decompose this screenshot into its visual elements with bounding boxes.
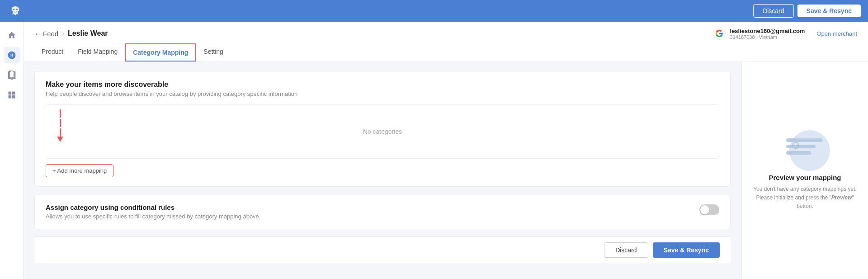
conditional-title: Assign category using conditional rules (46, 203, 699, 211)
svg-point-0 (13, 9, 14, 10)
google-icon (713, 27, 726, 40)
merchant-email: lesliestone160@gmail.com (730, 28, 805, 34)
tab-field-mapping[interactable]: Field Mapping (71, 43, 125, 61)
preview-title: Preview your mapping (769, 174, 841, 181)
main-panel: Make your items more discoverable Help p… (24, 62, 741, 279)
tab-category-mapping[interactable]: Category Mapping (125, 43, 196, 61)
no-categories-label: No categories (363, 128, 402, 135)
preview-line-3 (786, 151, 811, 155)
breadcrumb-back[interactable]: ← Feed (34, 30, 58, 38)
sidebar-item-tag[interactable] (4, 47, 20, 63)
breadcrumb-current: Leslie Wear (68, 29, 108, 38)
tab-product[interactable]: Product (34, 43, 71, 61)
back-arrow-icon: ← (34, 30, 41, 38)
conditional-toggle[interactable] (699, 204, 719, 215)
conditional-subtitle: Allows you to use specific rules to fill… (46, 213, 699, 220)
category-mapping-title: Make your items more discoverable (46, 80, 719, 89)
toggle-knob (700, 205, 709, 214)
conditional-row: Assign category using conditional rules … (46, 203, 719, 220)
preview-illustration: ⚇ (778, 130, 832, 166)
content-area: ← Feed › Leslie Wear lesliestone160@gmai… (24, 22, 868, 279)
arrow-line-mid (60, 119, 61, 127)
sidebar-item-home[interactable] (4, 27, 20, 43)
right-panel: ⚇ Preview your mapping You don't have an… (741, 62, 868, 279)
discard-button-top[interactable]: Discard (753, 4, 793, 18)
tab-setting[interactable]: Setting (196, 43, 231, 61)
conditional-text: Assign category using conditional rules … (46, 203, 699, 220)
save-resync-button-bottom[interactable]: Save & Resync (653, 242, 720, 258)
tabs: Product Field Mapping Category Mapping S… (34, 43, 857, 61)
conditional-rules-card: Assign category using conditional rules … (34, 194, 731, 229)
sidebar (0, 22, 24, 279)
merchant-info: lesliestone160@gmail.com 314167038 · Vie… (713, 27, 857, 40)
top-nav-actions: Discard Save & Resync (753, 4, 861, 18)
svg-point-1 (16, 9, 18, 10)
preview-person-icon: ⚇ (792, 140, 800, 151)
category-mapping-subtitle: Help people discover and browse items in… (46, 90, 719, 97)
preview-desc-bold: Preview (831, 194, 852, 201)
arrow-head (57, 137, 63, 142)
sidebar-item-grid[interactable] (4, 87, 20, 103)
page-body: Make your items more discoverable Help p… (24, 62, 868, 279)
breadcrumb-row: ← Feed › Leslie Wear lesliestone160@gmai… (34, 22, 857, 43)
breadcrumb-separator: › (62, 30, 64, 37)
open-merchant-link[interactable]: Open merchant (816, 30, 857, 37)
merchant-details: lesliestone160@gmail.com 314167038 · Vie… (730, 28, 805, 40)
category-mapping-card: Make your items more discoverable Help p… (34, 71, 731, 187)
breadcrumb-feed-label[interactable]: Feed (43, 30, 58, 38)
sidebar-item-book[interactable] (4, 67, 20, 83)
main-layout: ← Feed › Leslie Wear lesliestone160@gmai… (0, 22, 868, 279)
arrow-indicator (57, 109, 63, 142)
discard-button-bottom[interactable]: Discard (604, 242, 648, 258)
add-more-mapping-button[interactable]: + Add more mapping (46, 164, 113, 177)
top-navigation: Discard Save & Resync (0, 0, 868, 22)
breadcrumb: ← Feed › Leslie Wear (34, 29, 108, 38)
preview-desc: You don't have any category mappings yet… (753, 185, 857, 211)
category-area: No categories (46, 104, 719, 159)
arrow-line-top (60, 109, 61, 118)
preview-line-2 (786, 145, 816, 148)
app-logo (7, 3, 24, 19)
page-header: ← Feed › Leslie Wear lesliestone160@gmai… (24, 22, 868, 62)
arrow-line-bot (60, 128, 61, 137)
merchant-sub: 314167038 · Vietnam (730, 34, 805, 40)
bottom-actions: Discard Save & Resync (34, 236, 731, 263)
save-resync-button-top[interactable]: Save & Resync (797, 5, 861, 17)
